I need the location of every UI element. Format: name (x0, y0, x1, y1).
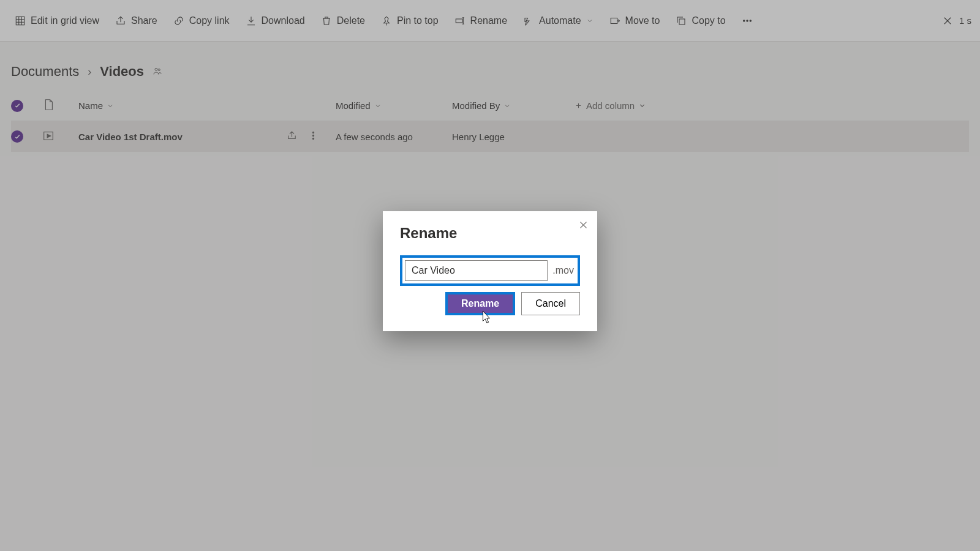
filename-input[interactable] (405, 260, 548, 281)
filename-input-group: .mov (400, 255, 580, 286)
dialog-close-button[interactable] (578, 220, 589, 233)
dialog-layer: Rename .mov Rename Cancel (0, 0, 980, 551)
cancel-button[interactable]: Cancel (521, 292, 580, 315)
pointer-cursor-icon (479, 310, 492, 328)
close-icon (578, 220, 589, 230)
dialog-title: Rename (400, 225, 580, 242)
file-extension: .mov (552, 265, 575, 276)
